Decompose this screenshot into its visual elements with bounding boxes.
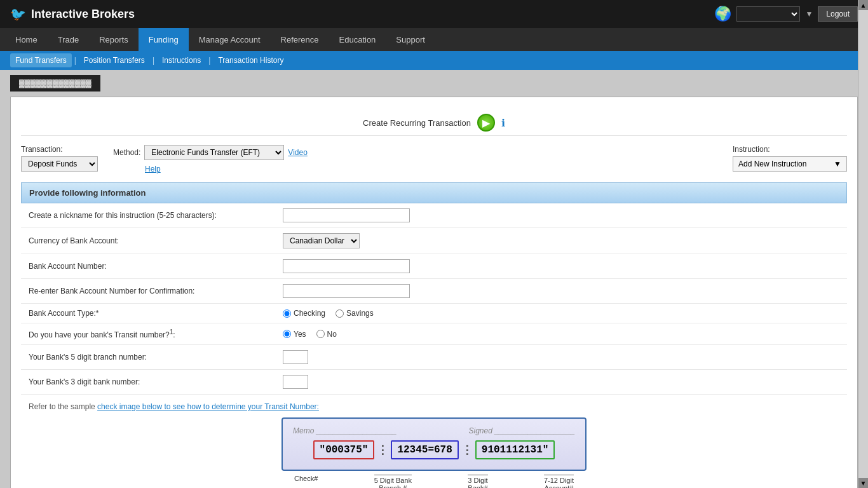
scroll-up-button[interactable]: ▲ (858, 0, 868, 10)
scrollbar: ▲ ▼ (858, 0, 868, 488)
check-image: Memo ___________________ Signed ________… (281, 417, 587, 471)
bank-account-number-input[interactable] (283, 259, 410, 273)
subnav-position-transfers[interactable]: Position Transfers (79, 53, 150, 67)
main-nav: Home Trade Reports Funding Manage Accoun… (0, 28, 868, 51)
content-box: Create Recurring Transaction ▶ ℹ Transac… (10, 97, 858, 488)
nav-reference[interactable]: Reference (271, 28, 329, 51)
logo-text: Interactive Brokers (31, 8, 135, 21)
transit-no-radio[interactable] (316, 330, 325, 338)
sub-nav-sep-1: | (74, 56, 76, 65)
subnav-transaction-history[interactable]: Transaction History (213, 53, 288, 67)
transaction-label: Transaction: (21, 145, 98, 154)
check-labels-row: Check# 5 Digit BankBranch # 3 DigitBank#… (281, 475, 587, 488)
instruction-label: Instruction: (733, 145, 847, 154)
account-select-button[interactable]: ▓▓▓▓▓▓▓▓▓▓▓▓▓ (10, 75, 100, 92)
transit-yes-radio[interactable] (283, 330, 291, 338)
nav-manage-account[interactable]: Manage Account (189, 28, 271, 51)
table-row: Create a nickname for this instruction (… (21, 203, 847, 228)
check-image-link[interactable]: check image below to see how to determin… (97, 402, 319, 411)
instruction-dropdown-arrow: ▼ (834, 159, 841, 168)
sub-nav: Fund Transfers | Position Transfers | In… (0, 51, 868, 70)
form-table: Create a nickname for this instruction (… (21, 203, 847, 395)
transit-no-label: No (327, 330, 337, 339)
signed-label: Signed ___________________ (468, 426, 575, 435)
account-row: ▓▓▓▓▓▓▓▓▓▓▓▓▓ (0, 70, 868, 97)
checking-radio[interactable] (283, 309, 291, 318)
method-group: Method: Electronic Funds Transfer (EFT) … (113, 145, 717, 173)
savings-radio[interactable] (336, 309, 344, 318)
nickname-label: Create a nickname for this instruction (… (21, 203, 275, 228)
check-numbers-row: "000375" ⋮ 12345=678 ⋮ 9101112131" (293, 440, 575, 459)
table-row: Your Bank's 3 digit bank number: (21, 370, 847, 395)
account-num-label: 7-12 DigitAccount# (544, 475, 574, 488)
nav-home[interactable]: Home (5, 28, 48, 51)
nav-support[interactable]: Support (386, 28, 435, 51)
globe-icon: 🌍 (714, 6, 731, 22)
transit-no-option[interactable]: No (316, 330, 337, 339)
table-row: Do you have your bank's Transit number?1… (21, 323, 847, 345)
subnav-instructions[interactable]: Instructions (157, 53, 206, 67)
check-num-label: Check# (294, 475, 318, 488)
nav-education[interactable]: Education (329, 28, 386, 51)
transit-radio-group: Yes No (283, 330, 839, 339)
logo-icon: 🐦 (10, 6, 26, 22)
check-bank-account-num: 9101112131" (475, 440, 555, 459)
transit-ref-text: Refer to the sample check image below to… (29, 402, 839, 411)
transit-yes-label: Yes (294, 330, 306, 339)
method-select[interactable]: Electronic Funds Transfer (EFT) Wire Tra… (144, 145, 284, 160)
section-header: Provide following information (21, 182, 847, 203)
bank-number-label: Your Bank's 3 digit bank number: (21, 370, 275, 395)
check-account-num: "000375" (313, 440, 375, 459)
transit-yes-option[interactable]: Yes (283, 330, 306, 339)
transaction-group: Transaction: Deposit Funds Withdraw Fund… (21, 145, 98, 172)
instruction-group: Instruction: Add New Instruction ▼ (733, 145, 847, 172)
account-type-label: Bank Account Type:* (21, 304, 275, 323)
nav-trade[interactable]: Trade (48, 28, 89, 51)
add-instruction-button[interactable]: Add New Instruction ▼ (733, 156, 847, 172)
account-dropdown[interactable] (736, 6, 800, 22)
account-type-radio-group: Checking Savings (283, 309, 839, 318)
nav-reports[interactable]: Reports (89, 28, 139, 51)
recurring-label: Create Recurring Transaction (363, 118, 471, 128)
subnav-fund-transfers[interactable]: Fund Transfers (10, 53, 72, 67)
check-transit-num: 12345=678 (391, 440, 458, 459)
bank-account-confirm-label: Re-enter Bank Account Number for Confirm… (21, 279, 275, 304)
nickname-input[interactable] (283, 208, 410, 222)
savings-label: Savings (346, 309, 374, 318)
logout-button[interactable]: Logout (818, 6, 858, 22)
method-label: Method: (113, 148, 140, 157)
transit-question-label: Do you have your bank's Transit number?1… (21, 323, 275, 345)
controls-row: Transaction: Deposit Funds Withdraw Fund… (21, 145, 847, 173)
currency-select[interactable]: Canadian Dollar US Dollar (283, 233, 360, 248)
three-digit-bank-label: 3 DigitBank# (468, 475, 487, 488)
info-icon[interactable]: ℹ (501, 117, 505, 129)
sub-nav-sep-3: | (208, 56, 210, 65)
top-bar: 🐦 Interactive Brokers 🌍 ▼ Logout (0, 0, 868, 28)
branch-num-label: 5 Digit BankBranch # (374, 475, 412, 488)
scroll-down-button[interactable]: ▼ (858, 478, 868, 488)
check-separator-2: ⋮ (461, 443, 473, 457)
checking-label: Checking (294, 309, 325, 318)
video-link[interactable]: Video (288, 148, 307, 157)
table-row: Your Bank's 5 digit branch number: (21, 345, 847, 370)
section-title: Provide following information (29, 188, 146, 198)
bank-account-number-label: Bank Account Number: (21, 254, 275, 279)
branch-number-input[interactable] (283, 350, 308, 364)
memo-label: Memo ___________________ (293, 426, 397, 435)
bank-account-confirm-input[interactable] (283, 284, 410, 298)
check-memo-line: Memo ___________________ Signed ________… (293, 426, 575, 435)
savings-option[interactable]: Savings (336, 309, 374, 318)
checking-option[interactable]: Checking (283, 309, 325, 318)
table-row: Currency of Bank Account: Canadian Dolla… (21, 228, 847, 254)
check-area: Refer to the sample check image below to… (21, 395, 847, 488)
recurring-bar: Create Recurring Transaction ▶ ℹ (21, 107, 847, 136)
bank-number-input[interactable] (283, 375, 308, 389)
branch-number-label: Your Bank's 5 digit branch number: (21, 345, 275, 370)
recurring-button[interactable]: ▶ (477, 114, 495, 132)
transaction-select[interactable]: Deposit Funds Withdraw Funds (21, 156, 98, 172)
nav-funding[interactable]: Funding (139, 28, 189, 51)
table-row: Bank Account Type:* Checking Savings (21, 304, 847, 323)
dropdown-arrow-icon: ▼ (805, 10, 813, 18)
table-row: Bank Account Number: (21, 254, 847, 279)
help-link[interactable]: Help (145, 165, 161, 173)
